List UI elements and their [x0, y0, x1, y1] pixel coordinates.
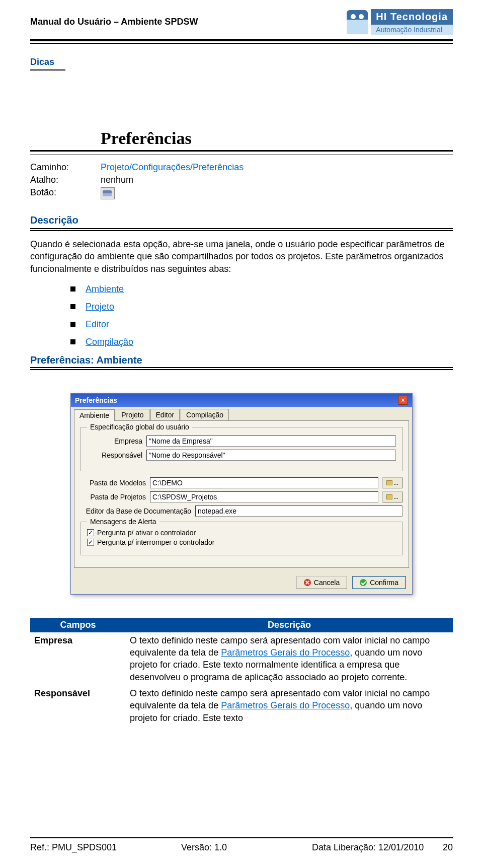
browse-projetos-button[interactable]: ... [382, 491, 403, 502]
list-item: Editor [70, 319, 453, 330]
dialog-body: Especificação global do usuário Empresa … [74, 420, 409, 568]
footer-date: Data Liberação: 12/01/2010 [312, 842, 428, 853]
sub-rule-2 [30, 369, 453, 370]
form-row-responsavel: Responsável [87, 450, 396, 461]
close-icon[interactable]: × [398, 396, 408, 405]
dialog-title: Preferências [75, 396, 117, 404]
link-compilacao[interactable]: Compilação [86, 337, 133, 347]
confirm-button-label: Confirma [370, 578, 398, 587]
meta-label-caminho: Caminho: [30, 162, 101, 173]
table-cell-field: Responsável [30, 685, 126, 726]
fields-table: Campos Descrição Empresa O texto definid… [30, 618, 453, 726]
header-rule [30, 39, 453, 45]
table-cell-desc: O texto definido neste campo será aprese… [126, 685, 453, 726]
confirm-button[interactable]: Confirma [352, 576, 406, 589]
label-empresa: Empresa [87, 437, 142, 445]
input-empresa[interactable] [146, 436, 396, 447]
label-responsavel: Responsável [87, 451, 142, 459]
label-pasta-modelos: Pasta de Modelos [80, 479, 146, 487]
tab-projeto[interactable]: Projeto [116, 409, 149, 420]
link-parametros-gerais[interactable]: Parâmetros Gerais do Processo [221, 647, 350, 658]
checkbox-interromper[interactable]: ✓ [87, 539, 94, 546]
meta-value-atalho: nenhum [101, 175, 133, 185]
descricao-heading: Descrição [30, 214, 453, 226]
dialog-button-row: Cancela Confirma [71, 571, 412, 594]
input-pasta-projetos[interactable] [150, 491, 378, 502]
browse-modelos-button[interactable]: ... [382, 477, 403, 488]
input-editor-base[interactable] [195, 505, 403, 517]
table-row: Empresa O texto definido neste campo ser… [30, 632, 453, 685]
doc-title: Manual do Usuário – Ambiente SPDSW [30, 17, 198, 27]
page-footer: Ref.: PMU_SPDS001 Versão: 1.0 Data Liber… [30, 837, 453, 853]
checkbox-ativar[interactable]: ✓ [87, 529, 94, 536]
checkbox-label-interromper: Pergunta p/ interromper o controlador [97, 538, 214, 546]
brand-tagline: Automação Industrial [371, 25, 453, 35]
brand-logo: HI Tecnologia Automação Industrial [347, 9, 453, 35]
tab-ambiente[interactable]: Ambiente [74, 409, 115, 421]
table-cell-desc: O texto definido neste campo será aprese… [126, 632, 453, 685]
meta-atalho: Atalho: nenhum [30, 175, 453, 185]
square-bullet-icon [70, 304, 75, 309]
dialog-titlebar: Preferências × [71, 394, 412, 407]
input-pasta-modelos[interactable] [150, 477, 378, 488]
page-header: Manual do Usuário – Ambiente SPDSW HI Te… [0, 0, 483, 35]
form-row-pasta-projetos: Pasta de Projetos ... [80, 491, 403, 502]
link-projeto[interactable]: Projeto [86, 302, 114, 312]
list-item: Ambiente [70, 284, 453, 295]
form-row-empresa: Empresa [87, 436, 396, 447]
fieldset-usuario: Especificação global do usuário Empresa … [80, 427, 403, 471]
checkbox-row-ativar: ✓ Pergunta p/ ativar o controlador [87, 529, 396, 537]
tab-compilacao[interactable]: Compilação [181, 409, 229, 420]
rule-thin [30, 155, 453, 155]
dialog-tabstrip: Ambiente Projeto Editor Compilação [71, 407, 412, 420]
checkbox-label-ativar: Pergunta p/ ativar o controlador [97, 529, 196, 537]
link-ambiente[interactable]: Ambiente [86, 284, 124, 295]
link-editor[interactable]: Editor [86, 319, 109, 330]
table-row: Responsável O texto definido neste campo… [30, 685, 453, 726]
desc-rule-2 [30, 230, 453, 231]
robot-icon [347, 10, 368, 34]
footer-version: Versão: 1.0 [181, 842, 312, 853]
descricao-paragraph: Quando é selecionada esta opção, abre-se… [30, 238, 453, 275]
link-parametros-gerais[interactable]: Parâmetros Gerais do Processo [221, 700, 350, 710]
input-responsavel[interactable] [146, 450, 396, 461]
cancel-icon [304, 579, 311, 586]
meta-caminho: Caminho: Projeto/Configurações/Preferênc… [30, 162, 453, 173]
meta-botao: Botão: [30, 187, 453, 199]
meta-value-caminho: Projeto/Configurações/Preferências [101, 162, 244, 173]
cancel-button[interactable]: Cancela [296, 576, 347, 589]
label-pasta-projetos: Pasta de Projetos [80, 493, 146, 501]
table-cell-field: Empresa [30, 632, 126, 685]
square-bullet-icon [70, 339, 75, 344]
list-item: Compilação [70, 337, 453, 347]
table-header-campos: Campos [30, 618, 126, 632]
tab-editor[interactable]: Editor [150, 409, 180, 420]
folder-icon [386, 480, 392, 485]
folder-icon [386, 494, 392, 499]
fieldset-alertas: Mensagens de Alerta ✓ Pergunta p/ ativar… [80, 522, 403, 555]
footer-page-number: 20 [428, 842, 453, 853]
table-header-descricao: Descrição [126, 618, 453, 632]
preferences-heading: Preferências [101, 129, 453, 148]
sub-rule-1 [30, 367, 453, 368]
meta-label-atalho: Atalho: [30, 175, 101, 185]
preferences-dialog: Preferências × Ambiente Projeto Editor C… [70, 393, 413, 595]
square-bullet-icon [70, 286, 75, 292]
fieldset-legend-alertas: Mensagens de Alerta [87, 518, 159, 526]
rule-thick [30, 150, 453, 152]
desc-rule-1 [30, 228, 453, 229]
checkbox-row-interromper: ✓ Pergunta p/ interromper o controlador [87, 538, 396, 546]
tab-list: Ambiente Projeto Editor Compilação [30, 284, 453, 347]
section-label: Dicas [30, 57, 65, 70]
form-row-pasta-modelos: Pasta de Modelos ... [80, 477, 403, 488]
check-icon [360, 579, 367, 586]
meta-label-botao: Botão: [30, 187, 101, 199]
footer-ref: Ref.: PMU_SPDS001 [30, 842, 181, 853]
square-bullet-icon [70, 322, 75, 327]
fieldset-legend-usuario: Especificação global do usuário [87, 423, 192, 431]
cancel-button-label: Cancela [314, 578, 340, 587]
preferences-icon [101, 187, 115, 199]
brand-name: HI Tecnologia [371, 9, 453, 25]
list-item: Projeto [70, 302, 453, 312]
preferences-ambiente-heading: Preferências: Ambiente [30, 354, 453, 366]
